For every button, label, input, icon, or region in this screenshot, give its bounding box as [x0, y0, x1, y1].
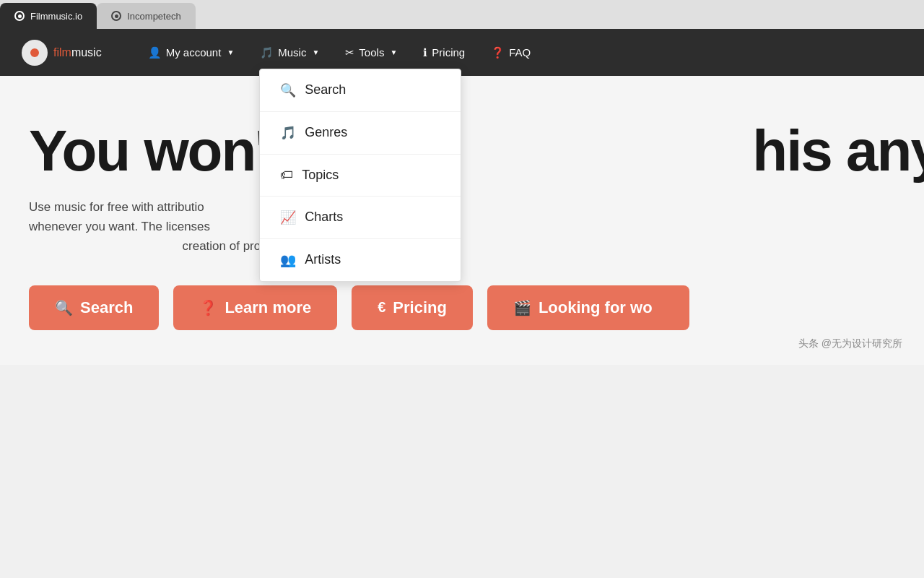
tab-filmmusic[interactable]: Filmmusic.io [0, 3, 97, 29]
looking-btn-label: Looking for wo [539, 298, 653, 317]
dropdown-item-charts[interactable]: 📈 Charts [260, 197, 461, 239]
navbar: filmmusic 👤 My account ▼ 🎵 Music ▼ 🔍 Sea… [0, 29, 924, 76]
nav-item-music[interactable]: 🎵 Music ▼ 🔍 Search 🎵 Genres 🏷 Topi [250, 40, 329, 65]
tab-label-incompetech: Incompetech [127, 11, 180, 22]
search-button[interactable]: 🔍 Search [29, 285, 159, 330]
topics-icon: 🏷 [280, 168, 293, 183]
nav-item-pricing[interactable]: ℹ Pricing [413, 40, 475, 65]
tab-dot-incompetech [111, 11, 121, 21]
pricing-btn-label: Pricing [393, 298, 447, 317]
charts-icon: 📈 [280, 210, 296, 225]
account-icon: 👤 [148, 46, 162, 59]
tab-label-filmmusic: Filmmusic.io [30, 11, 82, 22]
dropdown-label-charts: Charts [305, 210, 343, 225]
hero-sub-line2: whenever you want. The licenses [29, 220, 210, 233]
nav-label-tools: Tools [359, 46, 384, 59]
learn-more-button[interactable]: ❓ Learn more [173, 285, 337, 330]
navbar-wrapper: filmmusic 👤 My account ▼ 🎵 Music ▼ 🔍 Sea… [0, 29, 924, 76]
faq-icon: ❓ [491, 46, 505, 59]
nav-item-my-account[interactable]: 👤 My account ▼ [138, 40, 245, 65]
chevron-down-icon-tools: ▼ [390, 48, 397, 56]
hero-buttons: 🔍 Search ❓ Learn more € Pricing 🎬 Lookin… [29, 285, 895, 330]
artists-icon: 👥 [280, 252, 296, 268]
logo-music: music [71, 46, 102, 59]
logo[interactable]: filmmusic [22, 40, 102, 66]
music-dropdown-menu: 🔍 Search 🎵 Genres 🏷 Topics 📈 Charts [259, 69, 461, 282]
looking-for-work-button[interactable]: 🎬 Looking for wo [487, 285, 689, 330]
logo-icon [22, 40, 48, 66]
tools-icon: ✂ [345, 46, 354, 59]
search-btn-label: Search [80, 298, 133, 317]
pricing-button[interactable]: € Pricing [352, 285, 473, 330]
nav-items: 👤 My account ▼ 🎵 Music ▼ 🔍 Search 🎵 Genr… [138, 40, 902, 65]
looking-btn-icon: 🎬 [513, 299, 531, 316]
chevron-down-icon: ▼ [227, 48, 234, 56]
nav-item-tools[interactable]: ✂ Tools ▼ [335, 40, 407, 65]
logo-text: filmmusic [53, 46, 102, 59]
dropdown-item-search[interactable]: 🔍 Search [260, 69, 461, 112]
dropdown-label-search: Search [305, 82, 346, 98]
nav-label-my-account: My account [166, 46, 222, 59]
logo-icon-dot [30, 48, 39, 57]
nav-label-pricing: Pricing [432, 46, 465, 59]
tab-incompetech[interactable]: Incompetech [97, 3, 195, 29]
learn-more-btn-icon: ❓ [199, 299, 217, 316]
hero-sub-line1: Use music for free with attributio [29, 200, 204, 214]
main-content: You won't his any Use music for free wit… [0, 76, 924, 365]
nav-label-music: Music [278, 46, 306, 59]
dropdown-label-topics: Topics [302, 168, 339, 183]
nav-item-faq[interactable]: ❓ FAQ [481, 40, 541, 65]
genres-icon: 🎵 [280, 125, 296, 141]
dropdown-label-genres: Genres [305, 125, 347, 140]
dropdown-item-genres[interactable]: 🎵 Genres [260, 112, 461, 155]
nav-label-faq: FAQ [509, 46, 531, 59]
browser-tabs: Filmmusic.io Incompetech [0, 0, 924, 29]
pricing-icon: ℹ [423, 46, 427, 59]
learn-more-btn-label: Learn more [225, 298, 311, 317]
pricing-btn-icon: € [378, 299, 385, 316]
dropdown-label-artists: Artists [305, 252, 341, 267]
search-btn-icon: 🔍 [55, 299, 73, 316]
dropdown-item-artists[interactable]: 👥 Artists [260, 239, 461, 281]
dropdown-item-topics[interactable]: 🏷 Topics [260, 155, 461, 197]
logo-film: film [53, 46, 71, 59]
music-icon: 🎵 [260, 46, 274, 59]
hero-headline: You won't his any [29, 119, 895, 183]
chevron-down-icon-music: ▼ [312, 48, 319, 56]
tab-dot-filmmusic [14, 11, 25, 21]
search-icon: 🔍 [280, 82, 296, 98]
watermark: 头条 @无为设计研究所 [798, 337, 902, 350]
